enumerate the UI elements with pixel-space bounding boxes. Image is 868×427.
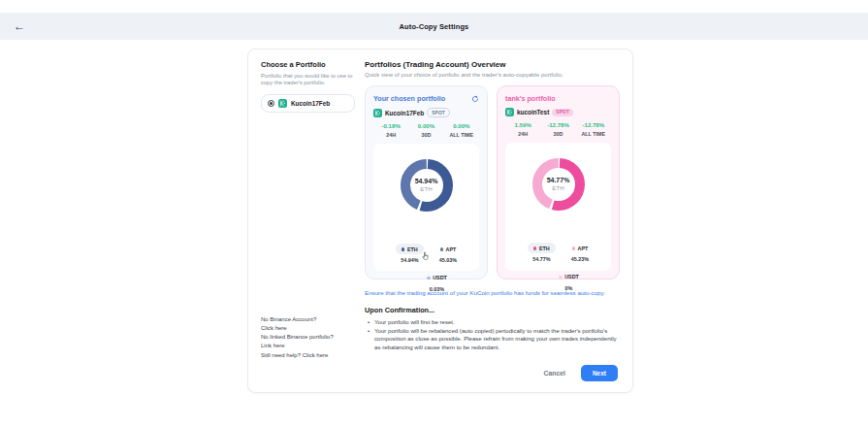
help-link-no-binance-account[interactable]: No Binance Account? (261, 315, 355, 324)
apt-dot-icon (440, 247, 444, 251)
footer-actions: Cancel Next (365, 365, 620, 381)
back-button[interactable]: ← (14, 13, 25, 40)
legend-item-usdt[interactable]: USDT 0% (505, 265, 611, 291)
auto-copy-settings-page: ← Auto-Copy Settings Choose a Portfolio … (0, 0, 868, 427)
stat-alltime-label: ALL TIME (444, 132, 479, 138)
chart-legend: ETH 54.77% APT 45.23% (505, 237, 611, 291)
next-button[interactable]: Next (581, 365, 618, 381)
chosen-portfolio-title: Your chosen portfolio (373, 94, 445, 103)
help-link-no-linked-portfolio[interactable]: No linked Binance portfolio? (261, 333, 355, 342)
donut-chart: 54.94% ETH (398, 156, 456, 214)
stat-alltime-label: ALL TIME (576, 131, 611, 137)
account-name: Kucoin17Feb (385, 110, 424, 116)
stat-30d-label: 30D (408, 132, 443, 138)
stat-24h-label: 24H (373, 132, 408, 138)
legend-item-apt[interactable]: APT 45.23% (571, 237, 589, 263)
overview-section: Portfolios (Trading Account) Overview Qu… (365, 60, 620, 381)
eth-dot-icon (533, 246, 537, 250)
account-name: kucoinTest (517, 109, 549, 115)
donut-center-label: ETH (552, 184, 563, 191)
arrow-left-icon: ← (14, 19, 25, 33)
stat-30d-value: 0.00% (408, 122, 443, 129)
chart-legend: ETH 54.94% (373, 238, 479, 292)
help-link-click-here[interactable]: Click here (261, 324, 355, 333)
choose-portfolio-description: Portfolio that you would like to use to … (261, 73, 355, 87)
legend-item-apt[interactable]: APT 45.03% (439, 238, 457, 264)
portfolio-option-kucoin17feb[interactable]: Kucoin17Feb (261, 94, 355, 113)
donut-center-value: 54.77% (547, 177, 570, 183)
kucoin-icon (373, 109, 382, 117)
allocation-chart-panel: 54.77% ETH ETH (505, 143, 611, 272)
confirmation-bullet: Your portfolio will be rebalanced (auto … (365, 327, 620, 352)
donut-chart: 54.77% ETH (530, 155, 588, 214)
apt-dot-icon (572, 246, 576, 250)
refresh-icon[interactable] (471, 95, 479, 103)
eth-dot-icon (402, 247, 405, 251)
kucoin-icon (505, 108, 514, 116)
stats-row: 1.59%24H -12.78%30D -12.78%ALL TIME (505, 121, 611, 137)
donut-center-value: 54.94% (415, 178, 438, 184)
trader-portfolio-card: tank's portfolio kucoinTest SPOT 1.59%24… (497, 85, 620, 279)
help-links: No Binance Account? Click here No linked… (261, 315, 355, 360)
spot-badge: SPOT (552, 109, 573, 116)
stat-alltime-value: -12.78% (576, 121, 611, 128)
choose-portfolio-title: Choose a Portfolio (261, 60, 355, 69)
allocation-chart-panel: 54.94% ETH ETH (373, 144, 479, 272)
donut-center-label: ETH (420, 185, 432, 192)
choose-portfolio-section: Choose a Portfolio Portfolio that you wo… (261, 60, 355, 381)
usdt-dot-icon (427, 277, 431, 280)
top-bar: ← Auto-Copy Settings (0, 13, 868, 40)
main-panel: Choose a Portfolio Portfolio that you wo… (247, 49, 633, 393)
legend-item-eth[interactable]: ETH (528, 243, 556, 253)
overview-title: Portfolios (Trading Account) Overview (365, 60, 620, 69)
confirmation-title: Upon Confirmation... (365, 306, 620, 314)
confirmation-bullet: Your portfolio will first be reset. (365, 318, 620, 327)
stat-30d-label: 30D (540, 131, 575, 137)
radio-selected-icon[interactable] (268, 100, 274, 107)
hand-cursor-icon (421, 251, 431, 261)
legend-item-usdt[interactable]: USDT 0.03% (373, 266, 479, 292)
chosen-portfolio-card: Your chosen portfolio Kucoin17Feb (365, 85, 488, 279)
overview-subtitle: Quick view of your choice of portfolio a… (365, 72, 620, 78)
stats-row: -0.18%24H 0.00%30D 0.00%ALL TIME (373, 122, 479, 138)
help-link-link-here[interactable]: Link here (261, 342, 355, 350)
spot-badge: SPOT (427, 108, 450, 117)
stat-24h-value: -0.18% (373, 122, 408, 129)
portfolio-cards-row: Your chosen portfolio Kucoin17Feb (365, 85, 620, 279)
portfolio-option-label: Kucoin17Feb (291, 100, 330, 107)
page-title: Auto-Copy Settings (400, 22, 469, 31)
stat-30d-value: -12.78% (540, 121, 575, 128)
legend-item-eth[interactable]: ETH (396, 244, 424, 254)
kucoin-icon (278, 99, 287, 108)
cancel-button[interactable]: Cancel (544, 370, 565, 377)
help-link-still-need-help[interactable]: Still need help? Click here (261, 351, 355, 360)
stat-24h-value: 1.59% (505, 121, 540, 128)
stat-alltime-value: 0.00% (444, 122, 479, 129)
stat-24h-label: 24H (505, 131, 540, 137)
usdt-dot-icon (559, 276, 563, 279)
trader-portfolio-title: tank's portfolio (505, 94, 556, 103)
confirmation-bullets: Your portfolio will first be reset. Your… (365, 318, 620, 351)
